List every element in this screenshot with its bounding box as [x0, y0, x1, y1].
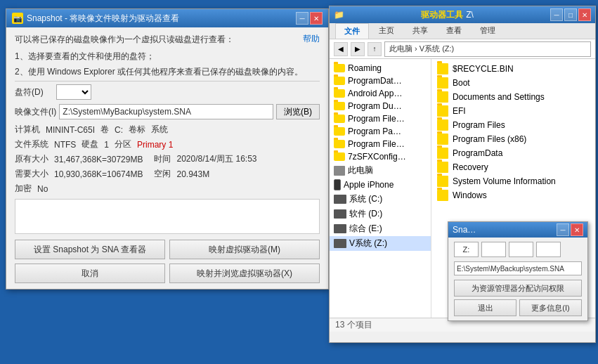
- left-panel-item[interactable]: ProgramDat…: [330, 74, 431, 87]
- computer-label: 计算机: [15, 124, 40, 136]
- right-panel-item[interactable]: EFI: [431, 104, 595, 118]
- tree-item-label: V系统 (Z:): [349, 238, 387, 249]
- left-panel-item[interactable]: 综合 (E:): [330, 221, 431, 236]
- right-panel-item[interactable]: Recovery: [431, 160, 595, 174]
- address-path[interactable]: 此电脑 › V系统 (Z:): [384, 41, 591, 57]
- file-icon: [437, 119, 448, 131]
- tab-manage[interactable]: 管理: [472, 23, 504, 39]
- left-panel-item[interactable]: Program File…: [330, 112, 431, 125]
- tree-item-label: Program File…: [348, 139, 405, 149]
- drive-label: 盘符(D): [15, 86, 53, 98]
- right-panel-item[interactable]: Program Files: [431, 118, 595, 132]
- explorer-titlebar: 📁 驱动器工具 Z\ ─ □ ✕: [330, 6, 595, 23]
- file-item-label: Program Files: [453, 120, 505, 130]
- tab-share[interactable]: 共享: [404, 23, 436, 39]
- more-info-btn[interactable]: 更多信息(I): [519, 299, 582, 316]
- browse-button[interactable]: 浏览(B): [276, 104, 320, 119]
- right-panel-item[interactable]: Windows: [431, 188, 595, 202]
- up-btn[interactable]: ↑: [368, 42, 382, 56]
- free-label: 空闲: [154, 168, 171, 180]
- left-panel-item[interactable]: Android App…: [330, 87, 431, 100]
- left-panel-item[interactable]: Program File…: [330, 138, 431, 150]
- fs-value: NTFS: [54, 140, 76, 150]
- left-panel-item[interactable]: Program Pa…: [330, 125, 431, 138]
- file-icon: [437, 176, 448, 187]
- file-icon: [437, 190, 448, 201]
- drive-row: Z:: [454, 242, 582, 257]
- image-input[interactable]: [59, 104, 273, 119]
- left-panel-item[interactable]: Roaming: [330, 62, 431, 74]
- tab-view[interactable]: 查看: [438, 23, 470, 39]
- step2-text: 2、使用 Windows Explorer 或任何其他程序来查看已保存的磁盘映像…: [15, 65, 320, 78]
- computer-value: MININT-C65I: [46, 125, 95, 135]
- explorer-maximize-btn[interactable]: □: [564, 8, 577, 21]
- snap-mini-close-btn[interactable]: ✕: [571, 223, 583, 236]
- right-panel-item[interactable]: System Volume Information: [431, 174, 595, 188]
- folder-icon: [334, 127, 345, 136]
- ribbon-tabs: 文件 主页 共享 查看 管理: [330, 23, 595, 39]
- minimize-button[interactable]: ─: [296, 12, 308, 25]
- left-panel-item[interactable]: Program Du…: [330, 100, 431, 112]
- tree-item-label: Roaming: [348, 63, 382, 73]
- explorer-close-btn[interactable]: ✕: [578, 8, 591, 21]
- file-icon: [437, 134, 448, 145]
- left-panel-item[interactable]: 7zSFXConfig…: [330, 150, 431, 163]
- folder-icon: [334, 64, 345, 72]
- access-btn[interactable]: 为资源管理器分配访问权限: [454, 280, 582, 297]
- left-panel-item[interactable]: 此电脑: [330, 163, 431, 178]
- explorer-minimize-btn[interactable]: ─: [550, 8, 563, 21]
- mount-browse-btn[interactable]: 映射并浏览虚拟驱动器(X): [169, 264, 320, 283]
- close-button[interactable]: ✕: [310, 12, 323, 25]
- right-panel-item[interactable]: Boot: [431, 76, 595, 90]
- right-panel-item[interactable]: Documents and Settings: [431, 90, 595, 104]
- file-item-label: Boot: [453, 78, 470, 88]
- vol-value: C:: [115, 125, 123, 135]
- needed-size-label: 需要大小: [15, 168, 48, 180]
- set-snapshot-btn[interactable]: 设置 Snapshot 为 SNA 查看器: [15, 240, 165, 259]
- folder-icon: [334, 102, 345, 110]
- folder-icon: [334, 152, 345, 161]
- mount-btn[interactable]: 映射虚拟驱动器(M): [169, 240, 320, 259]
- tree-item-label: Android App…: [348, 89, 402, 98]
- tab-file[interactable]: 文件: [335, 23, 369, 39]
- step1-text: 1、选择要查看的文件和使用的盘符；: [15, 50, 320, 63]
- left-panel-item[interactable]: Apple iPhone: [330, 178, 431, 192]
- left-panel-item[interactable]: 系统 (C:): [330, 192, 431, 207]
- right-panel-item[interactable]: ProgramData: [431, 146, 595, 160]
- drive-select[interactable]: [56, 84, 91, 100]
- note-box: [15, 199, 320, 234]
- file-icon: [437, 105, 448, 117]
- drive-box: Z:: [454, 242, 479, 257]
- drive-box4: [536, 242, 561, 257]
- snapshot-dialog: 📷 Snapshot - 将映像文件映射为驱动器查看 ─ ✕ 可以将已保存的磁盘…: [6, 8, 329, 290]
- right-panel-item[interactable]: $RECYCLE.BIN: [431, 62, 595, 76]
- back-btn[interactable]: ◀: [334, 42, 348, 56]
- left-panel-item[interactable]: 软件 (D:): [330, 207, 431, 221]
- pc-icon: [334, 166, 345, 176]
- file-item-label: Windows: [453, 190, 487, 200]
- file-item-label: Recovery: [453, 162, 488, 172]
- help-link[interactable]: 帮助: [303, 33, 320, 45]
- snapshot-app-icon: 📷: [12, 13, 23, 24]
- folder-icon: [334, 77, 345, 85]
- file-icon: [437, 162, 448, 173]
- free-value: 20.943M: [176, 169, 209, 179]
- address-bar: ◀ ▶ ↑ 此电脑 › V系统 (Z:): [330, 39, 595, 59]
- tree-item-label: Program File…: [348, 114, 405, 124]
- time-label: 时间: [154, 153, 171, 165]
- tab-home[interactable]: 主页: [370, 23, 403, 39]
- drive-icon: [334, 195, 346, 204]
- file-item-label: ProgramData: [453, 148, 502, 158]
- forward-btn[interactable]: ▶: [351, 42, 365, 56]
- file-icon: [437, 63, 448, 74]
- tree-item-label: 此电脑: [348, 164, 373, 176]
- exit-btn[interactable]: 退出: [454, 299, 516, 316]
- cancel-btn[interactable]: 取消: [15, 264, 165, 283]
- file-icon: [437, 77, 448, 89]
- phone-icon: [334, 179, 341, 190]
- snap-mini-title-text: Sna…: [453, 225, 476, 235]
- right-panel-item[interactable]: Program Files (x86): [431, 132, 595, 146]
- snap-mini-minimize-btn[interactable]: ─: [557, 223, 569, 236]
- file-item-label: EFI: [453, 106, 466, 116]
- left-panel-item[interactable]: V系统 (Z:): [330, 236, 431, 251]
